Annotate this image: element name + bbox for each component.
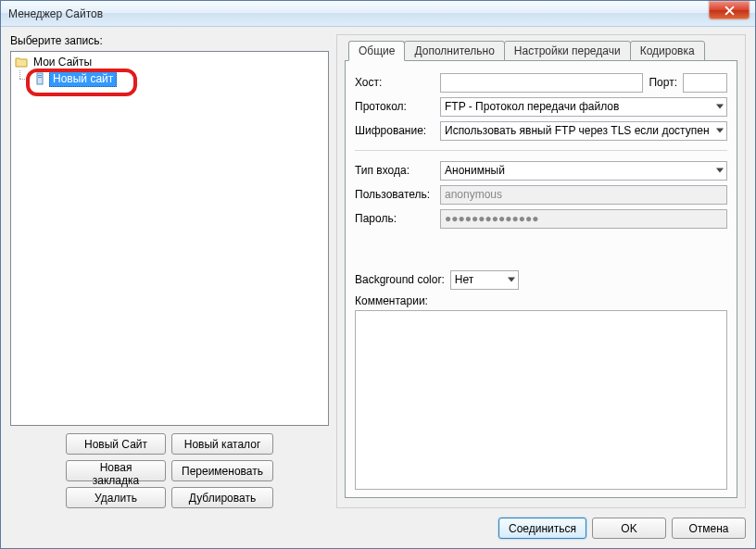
svg-rect-0 (37, 73, 43, 84)
host-input[interactable] (440, 73, 643, 93)
tree-item-selected[interactable]: Новый сайт (11, 70, 328, 87)
protocol-label: Протокол: (355, 100, 435, 113)
close-icon (724, 6, 735, 16)
row-host: Хост: Порт: (355, 70, 727, 94)
row-protocol: Протокол: FTP - Протокол передачи файлов (355, 94, 727, 119)
comments-textarea[interactable] (355, 310, 727, 490)
window-title: Менеджер Сайтов (8, 7, 103, 20)
connect-button[interactable]: Соединиться (498, 518, 586, 539)
tabstrip: Общие Дополнительно Настройки передачи К… (345, 41, 737, 61)
left-column: Выберите запись: Мои Сайты Новый сайт (10, 34, 329, 508)
tree-buttons: Новый Сайт Новый каталог Новая закладка … (10, 433, 329, 508)
select-entry-label: Выберите запись: (10, 34, 329, 47)
content: Выберите запись: Мои Сайты Новый сайт (1, 27, 755, 548)
row-logon: Тип входа: Анонимный (355, 158, 727, 182)
tree-root-label: Мои Сайты (31, 55, 94, 69)
svg-rect-1 (38, 75, 42, 76)
site-tree[interactable]: Мои Сайты Новый сайт (10, 51, 329, 426)
separator-1 (355, 150, 727, 151)
port-input[interactable] (683, 73, 727, 93)
bgcolor-label: Background color: (355, 273, 445, 286)
user-input (440, 185, 727, 205)
row-pass: Пароль: (355, 206, 727, 231)
logon-select[interactable]: Анонимный (440, 161, 727, 181)
row-bgcolor: Background color: Нет (355, 268, 727, 292)
tab-general[interactable]: Общие (348, 41, 405, 61)
server-icon (33, 72, 46, 85)
main-row: Выберите запись: Мои Сайты Новый сайт (10, 34, 746, 508)
tree-item-label: Новый сайт (49, 70, 117, 87)
tab-transfer[interactable]: Настройки передачи (504, 41, 631, 61)
logon-label: Тип входа: (355, 164, 435, 177)
host-label: Хост: (355, 76, 435, 89)
delete-button[interactable]: Удалить (66, 487, 166, 508)
row-user: Пользователь: (355, 182, 727, 206)
comments-label: Комментарии: (355, 294, 428, 307)
duplicate-button[interactable]: Дублировать (171, 487, 273, 508)
window-buttons (709, 1, 755, 26)
rename-button[interactable]: Переименовать (171, 460, 273, 481)
spacer (355, 231, 727, 268)
folder-icon (15, 56, 28, 69)
protocol-select[interactable]: FTP - Протокол передачи файлов (440, 97, 727, 117)
encryption-label: Шифрование: (355, 124, 435, 137)
right-column: Общие Дополнительно Настройки передачи К… (336, 34, 746, 508)
titlebar: Менеджер Сайтов (1, 1, 755, 27)
svg-rect-2 (38, 77, 42, 78)
tab-advanced[interactable]: Дополнительно (404, 41, 504, 61)
tab-charset[interactable]: Кодировка (630, 41, 705, 61)
encryption-select[interactable]: Использовать явный FTP через TLS если до… (440, 121, 727, 141)
row-comments-label: Комментарии: (355, 292, 727, 310)
cancel-button[interactable]: Отмена (672, 518, 746, 539)
site-manager-window: Менеджер Сайтов Выберите запись: Мои С (0, 0, 756, 549)
new-folder-button[interactable]: Новый каталог (171, 433, 273, 455)
tab-panel-general: Хост: Порт: Протокол: FTP - Протокол пер… (345, 60, 737, 498)
pass-input (440, 209, 727, 229)
new-site-button[interactable]: Новый Сайт (66, 433, 166, 455)
port-label: Порт: (649, 76, 677, 89)
bgcolor-select[interactable]: Нет (450, 270, 519, 290)
tree-root[interactable]: Мои Сайты (11, 54, 328, 70)
pass-label: Пароль: (355, 212, 435, 225)
close-button[interactable] (709, 1, 750, 19)
new-bookmark-button[interactable]: Новая закладка (66, 460, 166, 481)
bottom-bar: Соединиться OK Отмена (10, 508, 746, 539)
ok-button[interactable]: OK (592, 518, 666, 539)
row-encryption: Шифрование: Использовать явный FTP через… (355, 119, 727, 143)
user-label: Пользователь: (355, 188, 435, 201)
